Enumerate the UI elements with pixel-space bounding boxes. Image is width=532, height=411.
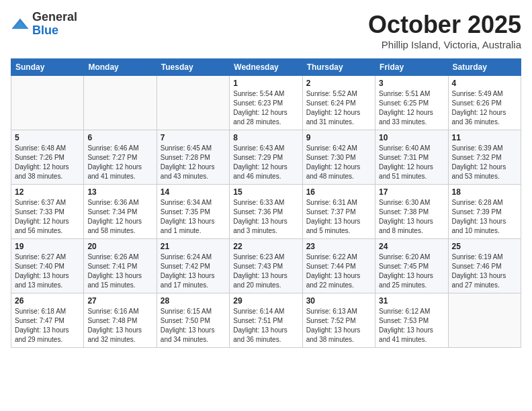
- calendar-day-cell: 22Sunrise: 6:23 AM Sunset: 7:43 PM Dayli…: [230, 239, 302, 293]
- day-info: Sunrise: 6:23 AM Sunset: 7:43 PM Dayligh…: [233, 253, 298, 290]
- calendar-day-cell: 10Sunrise: 6:40 AM Sunset: 7:31 PM Dayli…: [375, 130, 448, 185]
- calendar-day-cell: 2Sunrise: 5:52 AM Sunset: 6:24 PM Daylig…: [302, 76, 375, 130]
- day-number: 24: [379, 242, 444, 251]
- day-number: 7: [161, 133, 226, 142]
- calendar-day-cell: 31Sunrise: 6:12 AM Sunset: 7:53 PM Dayli…: [375, 293, 448, 348]
- day-number: 1: [233, 79, 298, 88]
- day-info: Sunrise: 6:13 AM Sunset: 7:52 PM Dayligh…: [306, 307, 371, 345]
- calendar-week-row: 26Sunrise: 6:18 AM Sunset: 7:47 PM Dayli…: [11, 293, 521, 348]
- day-number: 31: [379, 296, 444, 306]
- day-number: 22: [233, 242, 298, 251]
- calendar-day-cell: [448, 293, 521, 348]
- weekday-header: Thursday: [302, 59, 375, 76]
- calendar-day-cell: 23Sunrise: 6:22 AM Sunset: 7:44 PM Dayli…: [302, 239, 375, 293]
- day-number: 11: [452, 133, 517, 142]
- day-info: Sunrise: 6:31 AM Sunset: 7:37 PM Dayligh…: [306, 198, 371, 236]
- logo-blue: Blue: [32, 24, 58, 37]
- day-info: Sunrise: 6:12 AM Sunset: 7:53 PM Dayligh…: [379, 307, 444, 345]
- day-number: 20: [87, 242, 152, 251]
- day-info: Sunrise: 6:14 AM Sunset: 7:51 PM Dayligh…: [233, 307, 298, 345]
- calendar-day-cell: 21Sunrise: 6:24 AM Sunset: 7:42 PM Dayli…: [157, 239, 229, 293]
- weekday-header: Monday: [84, 59, 157, 76]
- weekday-header: Friday: [375, 59, 448, 76]
- logo-icon: [11, 15, 30, 34]
- calendar-day-cell: 15Sunrise: 6:33 AM Sunset: 7:36 PM Dayli…: [230, 185, 302, 239]
- calendar-day-cell: [11, 76, 84, 130]
- day-info: Sunrise: 6:33 AM Sunset: 7:36 PM Dayligh…: [233, 198, 298, 236]
- calendar-day-cell: 3Sunrise: 5:51 AM Sunset: 6:25 PM Daylig…: [375, 76, 448, 130]
- calendar-day-cell: 25Sunrise: 6:19 AM Sunset: 7:46 PM Dayli…: [448, 239, 521, 293]
- calendar-week-row: 12Sunrise: 6:37 AM Sunset: 7:33 PM Dayli…: [11, 185, 521, 239]
- day-number: 28: [161, 296, 226, 306]
- day-info: Sunrise: 6:27 AM Sunset: 7:40 PM Dayligh…: [15, 253, 80, 290]
- logo-general: General: [32, 10, 77, 24]
- calendar-day-cell: [157, 76, 229, 130]
- day-info: Sunrise: 6:36 AM Sunset: 7:34 PM Dayligh…: [87, 198, 152, 236]
- calendar-week-row: 19Sunrise: 6:27 AM Sunset: 7:40 PM Dayli…: [11, 239, 521, 293]
- day-info: Sunrise: 5:49 AM Sunset: 6:26 PM Dayligh…: [452, 89, 517, 127]
- day-info: Sunrise: 6:37 AM Sunset: 7:33 PM Dayligh…: [15, 198, 80, 236]
- day-number: 12: [15, 187, 80, 197]
- day-info: Sunrise: 6:15 AM Sunset: 7:50 PM Dayligh…: [161, 307, 226, 345]
- day-info: Sunrise: 6:40 AM Sunset: 7:31 PM Dayligh…: [379, 144, 444, 181]
- calendar-day-cell: 27Sunrise: 6:16 AM Sunset: 7:48 PM Dayli…: [84, 293, 157, 348]
- calendar-day-cell: 16Sunrise: 6:31 AM Sunset: 7:37 PM Dayli…: [302, 185, 375, 239]
- day-number: 18: [452, 187, 517, 197]
- calendar-week-row: 5Sunrise: 6:48 AM Sunset: 7:26 PM Daylig…: [11, 130, 521, 185]
- calendar-day-cell: 30Sunrise: 6:13 AM Sunset: 7:52 PM Dayli…: [302, 293, 375, 348]
- month-title: October 2025: [368, 11, 521, 39]
- day-info: Sunrise: 6:28 AM Sunset: 7:39 PM Dayligh…: [452, 198, 517, 236]
- calendar-week-row: 1Sunrise: 5:54 AM Sunset: 6:23 PM Daylig…: [11, 76, 521, 130]
- day-number: 30: [306, 296, 371, 306]
- day-info: Sunrise: 6:16 AM Sunset: 7:48 PM Dayligh…: [87, 307, 152, 345]
- day-number: 19: [15, 242, 80, 251]
- calendar-day-cell: 18Sunrise: 6:28 AM Sunset: 7:39 PM Dayli…: [448, 185, 521, 239]
- weekday-header: Wednesday: [230, 59, 302, 76]
- day-info: Sunrise: 6:34 AM Sunset: 7:35 PM Dayligh…: [161, 198, 226, 236]
- day-number: 3: [379, 79, 444, 88]
- day-info: Sunrise: 6:46 AM Sunset: 7:27 PM Dayligh…: [87, 144, 152, 181]
- day-info: Sunrise: 6:39 AM Sunset: 7:32 PM Dayligh…: [452, 144, 517, 181]
- day-info: Sunrise: 6:24 AM Sunset: 7:42 PM Dayligh…: [161, 253, 226, 290]
- day-info: Sunrise: 6:22 AM Sunset: 7:44 PM Dayligh…: [306, 253, 371, 290]
- calendar-day-cell: 13Sunrise: 6:36 AM Sunset: 7:34 PM Dayli…: [84, 185, 157, 239]
- day-info: Sunrise: 6:43 AM Sunset: 7:29 PM Dayligh…: [233, 144, 298, 181]
- day-info: Sunrise: 5:52 AM Sunset: 6:24 PM Dayligh…: [306, 89, 371, 127]
- day-number: 6: [87, 133, 152, 142]
- calendar-day-cell: 6Sunrise: 6:46 AM Sunset: 7:27 PM Daylig…: [84, 130, 157, 185]
- weekday-header: Tuesday: [157, 59, 229, 76]
- calendar-day-cell: 17Sunrise: 6:30 AM Sunset: 7:38 PM Dayli…: [375, 185, 448, 239]
- day-info: Sunrise: 6:48 AM Sunset: 7:26 PM Dayligh…: [15, 144, 80, 181]
- day-number: 27: [87, 296, 152, 306]
- calendar-day-cell: 5Sunrise: 6:48 AM Sunset: 7:26 PM Daylig…: [11, 130, 84, 185]
- day-number: 9: [306, 133, 371, 142]
- weekday-header-row: SundayMondayTuesdayWednesdayThursdayFrid…: [11, 59, 521, 76]
- day-info: Sunrise: 6:20 AM Sunset: 7:45 PM Dayligh…: [379, 253, 444, 290]
- calendar-day-cell: 28Sunrise: 6:15 AM Sunset: 7:50 PM Dayli…: [157, 293, 229, 348]
- day-info: Sunrise: 6:45 AM Sunset: 7:28 PM Dayligh…: [161, 144, 226, 181]
- calendar-day-cell: 26Sunrise: 6:18 AM Sunset: 7:47 PM Dayli…: [11, 293, 84, 348]
- calendar-day-cell: 11Sunrise: 6:39 AM Sunset: 7:32 PM Dayli…: [448, 130, 521, 185]
- calendar-day-cell: 24Sunrise: 6:20 AM Sunset: 7:45 PM Dayli…: [375, 239, 448, 293]
- day-info: Sunrise: 6:30 AM Sunset: 7:38 PM Dayligh…: [379, 198, 444, 236]
- calendar-day-cell: 12Sunrise: 6:37 AM Sunset: 7:33 PM Dayli…: [11, 185, 84, 239]
- title-block: October 2025 Phillip Island, Victoria, A…: [368, 11, 521, 50]
- day-number: 26: [15, 296, 80, 306]
- calendar-day-cell: 29Sunrise: 6:14 AM Sunset: 7:51 PM Dayli…: [230, 293, 302, 348]
- day-number: 4: [452, 79, 517, 88]
- calendar-day-cell: 1Sunrise: 5:54 AM Sunset: 6:23 PM Daylig…: [230, 76, 302, 130]
- day-number: 8: [233, 133, 298, 142]
- day-number: 14: [161, 187, 226, 197]
- weekday-header: Sunday: [11, 59, 84, 76]
- day-number: 23: [306, 242, 371, 251]
- calendar-day-cell: 20Sunrise: 6:26 AM Sunset: 7:41 PM Dayli…: [84, 239, 157, 293]
- day-info: Sunrise: 5:54 AM Sunset: 6:23 PM Dayligh…: [233, 89, 298, 127]
- day-number: 2: [306, 79, 371, 88]
- day-number: 15: [233, 187, 298, 197]
- logo: General Blue: [11, 11, 77, 38]
- day-number: 25: [452, 242, 517, 251]
- day-number: 21: [161, 242, 226, 251]
- day-number: 17: [379, 187, 444, 197]
- calendar-day-cell: [84, 76, 157, 130]
- page-header: General Blue October 2025 Phillip Island…: [11, 11, 521, 50]
